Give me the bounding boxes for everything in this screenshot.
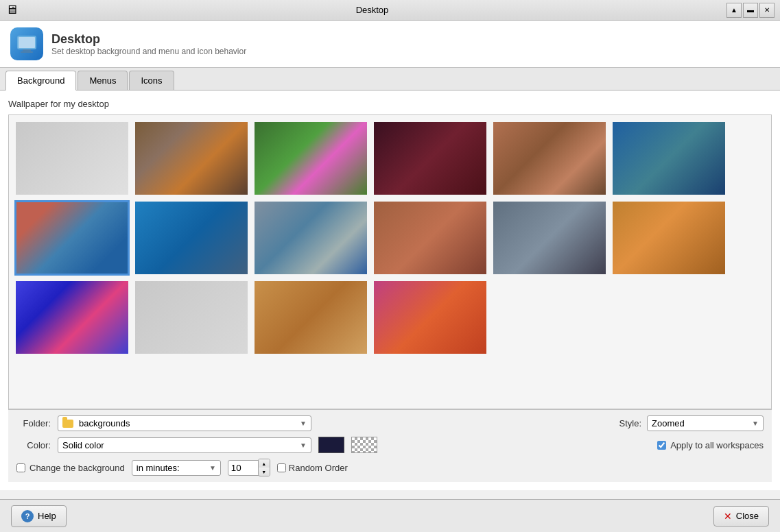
- in-minutes-label: in minutes:: [137, 463, 180, 473]
- tab-menus[interactable]: Menus: [78, 71, 128, 90]
- tabs-bar: Background Menus Icons: [0, 68, 780, 90]
- apply-all-row: Apply to all workspaces: [657, 440, 764, 450]
- wallpaper-item-4[interactable]: [373, 121, 488, 196]
- app-subtitle: Set desktop background and menu and icon…: [51, 47, 246, 56]
- color-swatch-checker[interactable]: [351, 437, 377, 453]
- svg-rect-2: [23, 49, 31, 51]
- close-label: Close: [736, 511, 759, 521]
- wallpaper-grid: [14, 121, 766, 355]
- section-title: Wallpaper for my desktop: [8, 99, 772, 109]
- wallpaper-item-13[interactable]: [14, 280, 130, 355]
- app-title-block: Desktop Set desktop background and menu …: [51, 32, 246, 56]
- change-bg-checkbox-row: Change the background: [16, 463, 125, 473]
- folder-row: Folder: backgrounds ▼ Style: Zoomed ▼: [16, 415, 764, 431]
- wallpaper-grid-container: [8, 114, 772, 409]
- style-value: Zoomed: [652, 418, 685, 428]
- style-row: Style: Zoomed ▼: [619, 415, 764, 431]
- apply-all-checkbox[interactable]: [657, 441, 666, 450]
- random-order-checkbox[interactable]: [277, 463, 286, 472]
- color-value: Solid color: [62, 440, 104, 450]
- app-title: Desktop: [51, 32, 246, 47]
- svg-rect-1: [19, 37, 35, 48]
- color-dropdown-arrow: ▼: [300, 442, 307, 449]
- title-bar-title: Desktop: [18, 5, 726, 15]
- color-dropdown[interactable]: Solid color ▼: [58, 437, 311, 453]
- footer-bar: ? Help ✕ Close: [0, 499, 780, 532]
- close-icon: ✕: [724, 511, 732, 522]
- folder-icon: [62, 420, 73, 428]
- change-bg-label: Change the background: [29, 463, 125, 473]
- close-window-button[interactable]: ✕: [759, 3, 775, 18]
- change-bg-row: Change the background in minutes: ▼ ▲ ▼ …: [16, 459, 764, 476]
- title-bar-controls: ▲ ▬ ✕: [726, 3, 775, 18]
- wallpaper-item-5[interactable]: [492, 121, 607, 196]
- wallpaper-item-8[interactable]: [134, 200, 249, 276]
- color-row: Color: Solid color ▼ Apply to all worksp…: [16, 437, 764, 453]
- wallpaper-item-1[interactable]: [14, 121, 130, 196]
- title-bar-left: 🖥: [5, 3, 18, 17]
- folder-dropdown-arrow: ▼: [300, 420, 307, 427]
- wallpaper-item-16[interactable]: [373, 280, 488, 355]
- close-button[interactable]: ✕ Close: [713, 506, 769, 527]
- app-icon: [10, 27, 43, 60]
- minutes-spinner-group: ▲ ▼: [228, 459, 270, 476]
- wallpaper-item-11[interactable]: [492, 200, 607, 276]
- minutes-spinner: ▲ ▼: [258, 459, 270, 476]
- style-dropdown-arrow: ▼: [752, 420, 759, 427]
- color-label: Color:: [16, 440, 51, 450]
- folder-value: backgrounds: [79, 418, 130, 428]
- wallpaper-item-3[interactable]: [253, 121, 368, 196]
- main-content: Wallpaper for my desktop Folder: backgro…: [0, 90, 780, 490]
- wallpaper-item-7[interactable]: [14, 200, 130, 276]
- folder-dropdown[interactable]: backgrounds ▼: [58, 415, 311, 431]
- folder-label: Folder:: [16, 418, 51, 428]
- minutes-dropdown-arrow: ▼: [209, 464, 216, 472]
- wallpaper-item-15[interactable]: [253, 280, 368, 355]
- wallpaper-item-12[interactable]: [611, 200, 726, 276]
- app-header: Desktop Set desktop background and menu …: [0, 21, 780, 68]
- help-button[interactable]: ? Help: [11, 505, 67, 527]
- wallpaper-item-9[interactable]: [253, 200, 368, 276]
- wallpaper-item-2[interactable]: [134, 121, 249, 196]
- minutes-input[interactable]: [228, 460, 262, 476]
- wallpaper-item-10[interactable]: [373, 200, 488, 276]
- color-swatch-dark[interactable]: [318, 437, 344, 453]
- wallpaper-item-6[interactable]: [611, 121, 726, 196]
- minutes-down-button[interactable]: ▼: [259, 468, 270, 476]
- maximize-button[interactable]: ▬: [743, 3, 758, 18]
- bottom-bar: Folder: backgrounds ▼ Style: Zoomed ▼ Co…: [8, 409, 772, 482]
- random-order-row: Random Order: [277, 463, 348, 473]
- minutes-dropdown[interactable]: in minutes: ▼: [132, 460, 221, 476]
- wallpaper-item-14[interactable]: [134, 280, 249, 355]
- help-label: Help: [38, 511, 56, 521]
- title-bar: 🖥 Desktop ▲ ▬ ✕: [0, 0, 780, 21]
- svg-rect-3: [21, 51, 33, 53]
- style-label: Style:: [619, 418, 641, 428]
- tab-background[interactable]: Background: [5, 71, 76, 90]
- apply-all-label: Apply to all workspaces: [670, 440, 764, 450]
- help-icon: ?: [21, 510, 34, 522]
- change-bg-checkbox[interactable]: [16, 463, 25, 472]
- minimize-button[interactable]: ▲: [726, 3, 742, 18]
- minutes-up-button[interactable]: ▲: [259, 459, 270, 468]
- title-bar-app-icon: 🖥: [5, 3, 18, 17]
- tab-icons[interactable]: Icons: [129, 71, 174, 90]
- random-order-label: Random Order: [289, 463, 348, 473]
- style-dropdown[interactable]: Zoomed ▼: [647, 415, 764, 431]
